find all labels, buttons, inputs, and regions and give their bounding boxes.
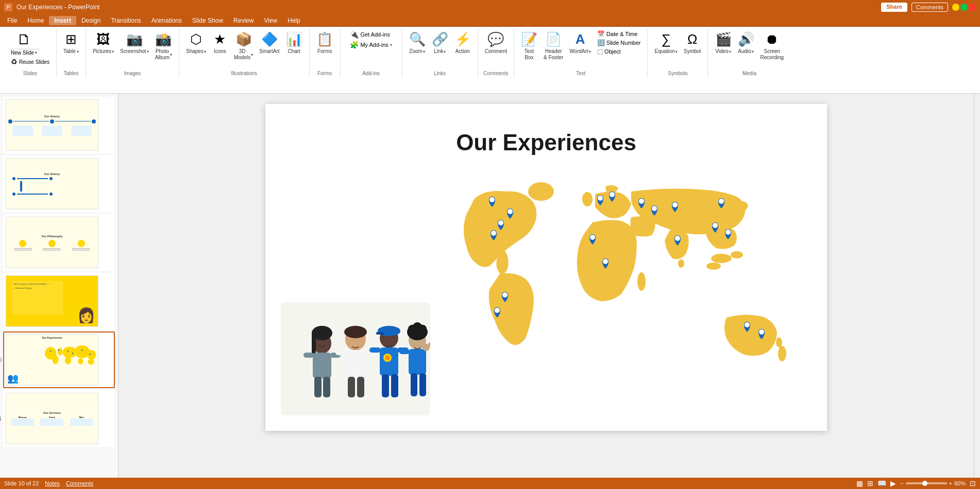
- ribbon-group-media: 🎬 Video ▾ 🔊 Audio ▾ ⏺ ScreenRecording: [708, 29, 790, 77]
- get-addins-label: Get Add-ins: [360, 31, 390, 38]
- slide-info: Slide 10 of 22: [4, 480, 39, 486]
- menu-bar: File Home Insert Design Transitions Anim…: [0, 14, 980, 27]
- images-group-label: Images: [124, 71, 141, 76]
- comments-button[interactable]: Comments: [911, 3, 948, 12]
- slide-thumb-11[interactable]: 11 Our Services Mercury Venus: [3, 390, 115, 447]
- menu-transitions[interactable]: Transitions: [106, 16, 146, 25]
- object-button[interactable]: ⬚ Object: [595, 47, 644, 56]
- minimize-button[interactable]: [952, 4, 959, 11]
- smartart-button[interactable]: 🔷 SmartArt: [257, 30, 282, 56]
- slide-sorter-button[interactable]: ⊞: [867, 479, 873, 487]
- wordart-button[interactable]: A WordArt ▾: [567, 30, 594, 56]
- slide-thumb-6[interactable]: 6 Our History: [3, 97, 115, 153]
- action-button[interactable]: ⚡ Action: [452, 30, 474, 56]
- menu-help[interactable]: Help: [282, 16, 306, 25]
- menu-design[interactable]: Design: [76, 16, 106, 25]
- comments-status-button[interactable]: Comments: [66, 480, 93, 486]
- symbol-button[interactable]: Ω Symbol: [681, 30, 703, 56]
- slide-thumb-8[interactable]: 8 Our Philosophy: [3, 214, 115, 271]
- forms-button[interactable]: 📋 Forms: [314, 30, 335, 56]
- new-slide-button[interactable]: 🗋 New Slide ▾: [8, 30, 40, 56]
- svg-point-75: [675, 236, 680, 241]
- comment-icon: 💬: [487, 31, 504, 47]
- video-button[interactable]: 🎬 Video ▾: [713, 30, 734, 56]
- zoom-out-button[interactable]: −: [900, 480, 903, 486]
- svg-point-4: [87, 350, 96, 360]
- slide-thumb-9[interactable]: 9 "This is a quote, words full of wisdom…: [3, 273, 115, 329]
- zoom-level: 60%: [954, 480, 966, 486]
- link-label: Link: [434, 48, 443, 55]
- photo-album-button[interactable]: 📸 PhotoAlbum ▾: [153, 30, 175, 62]
- reading-view-button[interactable]: 📖: [877, 479, 886, 487]
- my-addins-label: My Add-ins: [360, 42, 388, 48]
- menu-animations[interactable]: Animations: [146, 16, 187, 25]
- header-footer-button[interactable]: 📄 Header& Footer: [541, 30, 566, 62]
- video-label: Video: [715, 48, 728, 55]
- svg-rect-40: [382, 374, 389, 397]
- equation-icon: ∑: [661, 31, 671, 47]
- link-icon: 🔗: [432, 31, 448, 47]
- menu-file[interactable]: File: [2, 16, 22, 25]
- text-group-label: Text: [576, 71, 585, 76]
- icons-button[interactable]: ★ Icons: [210, 30, 230, 56]
- svg-point-63: [508, 209, 513, 214]
- wordart-icon: A: [576, 31, 585, 47]
- menu-review[interactable]: Review: [228, 16, 259, 25]
- slide-thumb-7[interactable]: 7 Our History: [3, 155, 115, 212]
- right-panel: [974, 94, 980, 478]
- slide-canvas: Our Experiences: [265, 104, 827, 431]
- date-time-button[interactable]: 📅 Date & Time: [595, 30, 644, 38]
- get-addins-button[interactable]: 🔌 Get Add-ins: [347, 30, 392, 39]
- svg-point-57: [776, 337, 782, 347]
- screenshot-button[interactable]: 📷 Screenshot ▾: [117, 30, 151, 56]
- menu-view[interactable]: View: [259, 16, 282, 25]
- zoom-in-button[interactable]: +: [949, 480, 952, 486]
- share-button[interactable]: Share: [881, 3, 907, 12]
- ribbon-group-comments: 💬 Comment Comments: [478, 29, 514, 77]
- zoom-control[interactable]: − + 60%: [900, 480, 966, 486]
- slideshow-button[interactable]: ▶: [890, 479, 896, 487]
- svg-point-55: [637, 272, 646, 291]
- chart-button[interactable]: 📊 Chart: [283, 30, 305, 56]
- notes-button[interactable]: Notes: [45, 480, 60, 486]
- shapes-button[interactable]: ⬡ Shapes ▾: [183, 30, 209, 56]
- header-footer-label: Header& Footer: [544, 48, 563, 61]
- forms-group-label: Forms: [317, 71, 332, 76]
- reuse-slides-button[interactable]: ♻ Reuse Slides: [8, 57, 52, 66]
- canvas-area: Our Experiences: [119, 94, 974, 478]
- link-button[interactable]: 🔗 Link ▾: [429, 30, 451, 56]
- audio-button[interactable]: 🔊 Audio ▾: [735, 30, 757, 56]
- screenshot-label: Screenshot: [120, 48, 146, 55]
- ribbon-group-tables: ⊞ Table ▾ Tables: [57, 29, 86, 77]
- text-box-button[interactable]: 📝 TextBox: [518, 30, 540, 62]
- menu-slideshow[interactable]: Slide Show: [187, 16, 228, 25]
- slide-number-button[interactable]: 🔢 Slide Number: [595, 39, 644, 47]
- date-time-label: Date & Time: [606, 31, 638, 37]
- zoom-button[interactable]: 🔍 Zoom ▾: [407, 30, 428, 56]
- menu-insert[interactable]: Insert: [49, 16, 76, 25]
- normal-view-button[interactable]: ▦: [856, 479, 863, 487]
- 3d-models-button[interactable]: 📦 3DModels ▾: [231, 30, 256, 62]
- equation-button[interactable]: ∑ Equation ▾: [652, 30, 680, 56]
- comment-button[interactable]: 💬 Comment: [482, 30, 510, 56]
- menu-home[interactable]: Home: [22, 16, 49, 25]
- table-button[interactable]: ⊞ Table ▾: [61, 30, 81, 56]
- title-bar: P Our Experiences - PowerPoint Share Com…: [0, 0, 980, 14]
- svg-point-58: [711, 254, 732, 263]
- svg-point-67: [495, 308, 500, 313]
- svg-point-66: [502, 292, 508, 298]
- slide-title: Our Experiences: [265, 130, 827, 155]
- screen-recording-button[interactable]: ⏺ ScreenRecording: [758, 30, 787, 62]
- fit-slide-button[interactable]: ⊡: [970, 479, 976, 487]
- svg-point-65: [491, 231, 496, 236]
- svg-point-6: [65, 357, 71, 364]
- my-addins-button[interactable]: 🧩 My Add-ins ▾: [347, 40, 394, 49]
- ribbon-group-images: 🖼 Pictures ▾ 📷 Screenshot ▾ 📸: [86, 29, 179, 77]
- object-label: Object: [604, 48, 621, 55]
- svg-rect-22: [314, 377, 322, 397]
- comments-group-label: Comments: [483, 71, 508, 76]
- pictures-button[interactable]: 🖼 Pictures ▾: [90, 30, 116, 56]
- close-button[interactable]: [969, 4, 976, 11]
- maximize-button[interactable]: [960, 4, 968, 11]
- slide-thumb-10[interactable]: 10 Our Experiences: [3, 331, 115, 388]
